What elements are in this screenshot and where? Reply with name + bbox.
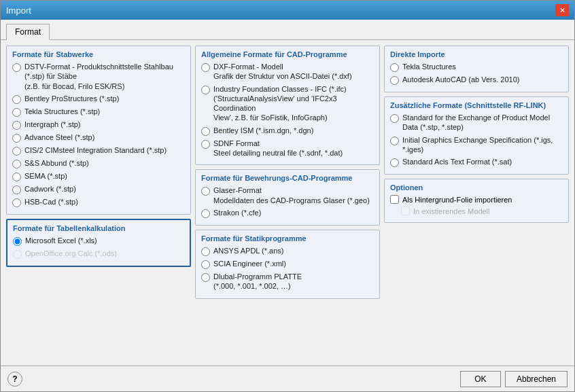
- section-optionen: Optionen Als Hintergrund-Folie importier…: [384, 179, 569, 223]
- radio-ism[interactable]: Bentley ISM (*.ism.dgn, *.dgn): [201, 126, 374, 136]
- radio-ansys[interactable]: ANSYS APDL (*.ans): [201, 246, 374, 256]
- bottom-buttons: OK Abbrechen: [460, 371, 568, 387]
- radio-advance[interactable]: Advance Steel (*.stp): [12, 132, 185, 143]
- help-button[interactable]: ?: [7, 372, 22, 387]
- section-tabellenkalkulation: Formate für Tabellenkalkulation Microsof…: [6, 219, 191, 267]
- section-bewehrungs-title: Formate für Bewehrungs-CAD-Programme: [201, 174, 374, 182]
- close-button[interactable]: ✕: [555, 4, 569, 16]
- section-cad-title: Allgemeine Formate für CAD-Programme: [201, 50, 374, 58]
- content-area: Formate für Stabwerke DSTV-Format - Prod…: [1, 40, 574, 366]
- checkbox-existierendes[interactable]: In existierendes Modell: [401, 207, 563, 215]
- radio-dstv[interactable]: DSTV-Format - Produktschnittstelle Stahl…: [12, 62, 185, 91]
- radio-sema[interactable]: SEMA (*.stp): [12, 171, 185, 181]
- radio-tekla-stp[interactable]: Tekla Structures (*.stp): [12, 107, 185, 117]
- radio-cadwork[interactable]: Cadwork (*.stp): [12, 184, 185, 194]
- radio-intergraph[interactable]: Intergraph (*.stp): [12, 120, 185, 130]
- section-cad-allgemein: Allgemeine Formate für CAD-Programme DXF…: [195, 46, 380, 165]
- bottom-bar: ? OK Abbrechen: [1, 366, 574, 391]
- radio-ods[interactable]: OpenOffice.org Calc (*.ods): [13, 249, 184, 259]
- radio-bentley[interactable]: Bentley ProStructures (*.stp): [12, 94, 185, 104]
- section-direkte-importe: Direkte Importe Tekla Structures Autodes…: [384, 46, 569, 92]
- section-rf-link-title: Zusätzliche Formate (Schnittstelle RF-LI…: [390, 101, 563, 109]
- section-optionen-title: Optionen: [390, 183, 563, 192]
- radio-ifc[interactable]: Industry Foundation Classes - IFC (*.ifc…: [201, 84, 374, 123]
- section-stabwerke: Formate für Stabwerke DSTV-Format - Prod…: [6, 46, 191, 215]
- radio-glaser[interactable]: Glaser-FormatModelldaten des CAD-Program…: [201, 185, 374, 205]
- section-statik-title: Formate für Statikprogramme: [201, 234, 374, 243]
- tab-format[interactable]: Format: [6, 24, 50, 40]
- dialog-title: Import: [6, 5, 31, 16]
- checkbox-hintergrund[interactable]: Als Hintergrund-Folie importieren: [390, 195, 563, 204]
- radio-hsb[interactable]: HSB-Cad (*.stp): [12, 197, 185, 207]
- ok-button[interactable]: OK: [460, 371, 501, 387]
- tab-bar: Format: [1, 20, 574, 40]
- radio-cis2[interactable]: CIS/2 CIMsteel Integration Standard (*.s…: [12, 145, 185, 156]
- section-stabwerke-title: Formate für Stabwerke: [12, 50, 185, 58]
- radio-iges[interactable]: Initial Graphics Exchange Specification …: [390, 135, 563, 155]
- import-dialog: Import ✕ Format Formate für Stabwerke DS…: [0, 0, 575, 392]
- cancel-button[interactable]: Abbrechen: [505, 371, 568, 387]
- radio-strakon[interactable]: Strakon (*.cfe): [201, 208, 374, 218]
- section-statik: Formate für Statikprogramme ANSYS APDL (…: [195, 230, 380, 299]
- radio-scia[interactable]: SCIA Engineer (*.xml): [201, 259, 374, 269]
- radio-excel[interactable]: Microsoft Excel (*.xls): [13, 236, 184, 246]
- section-tabellenkalkulation-title: Formate für Tabellenkalkulation: [13, 224, 184, 232]
- radio-sdnf[interactable]: SDNF FormatSteel detailing neutral file …: [201, 139, 374, 158]
- radio-tekla-di[interactable]: Tekla Structures: [390, 62, 563, 72]
- radio-dxf[interactable]: DXF-Format - ModellGrafik der Struktur v…: [201, 62, 374, 82]
- radio-autocad[interactable]: Autodesk AutoCAD (ab Vers. 2010): [390, 75, 563, 85]
- radio-ss-abbund[interactable]: S&S Abbund (*.stp): [12, 158, 185, 168]
- section-bewehrungs-cad: Formate für Bewehrungs-CAD-Programme Gla…: [195, 169, 380, 226]
- radio-dlubal[interactable]: Dlubal-Programm PLATTE(*.000, *.001, *.0…: [201, 272, 374, 291]
- section-direkte-title: Direkte Importe: [390, 50, 563, 58]
- radio-step[interactable]: Standard for the Exchange of Product Mod…: [390, 113, 563, 132]
- title-bar: Import ✕: [1, 1, 574, 20]
- radio-sat[interactable]: Standard Acis Text Format (*.sat): [390, 157, 563, 167]
- section-rf-link: Zusätzliche Formate (Schnittstelle RF-LI…: [384, 96, 569, 175]
